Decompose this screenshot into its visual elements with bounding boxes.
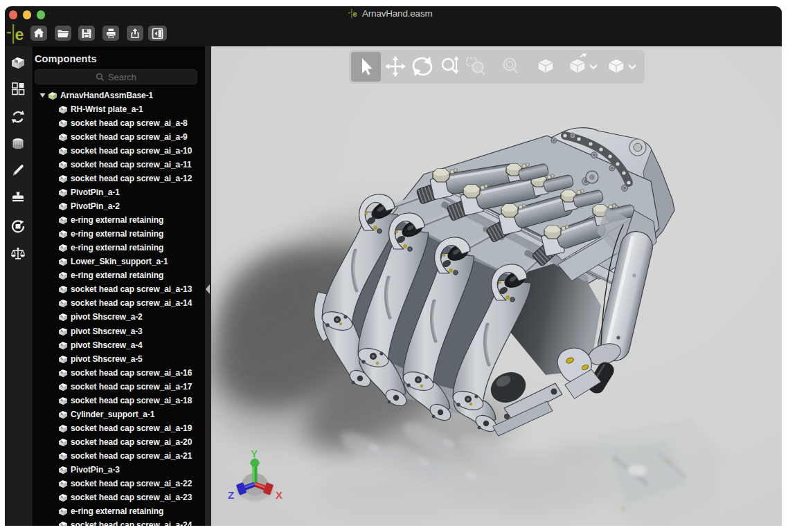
svg-text:e: e [352,10,357,18]
svg-text:Y: Y [251,448,258,459]
svg-text:X: X [276,489,283,501]
svg-text:e: e [15,26,24,44]
svg-text:Z: Z [228,489,234,501]
